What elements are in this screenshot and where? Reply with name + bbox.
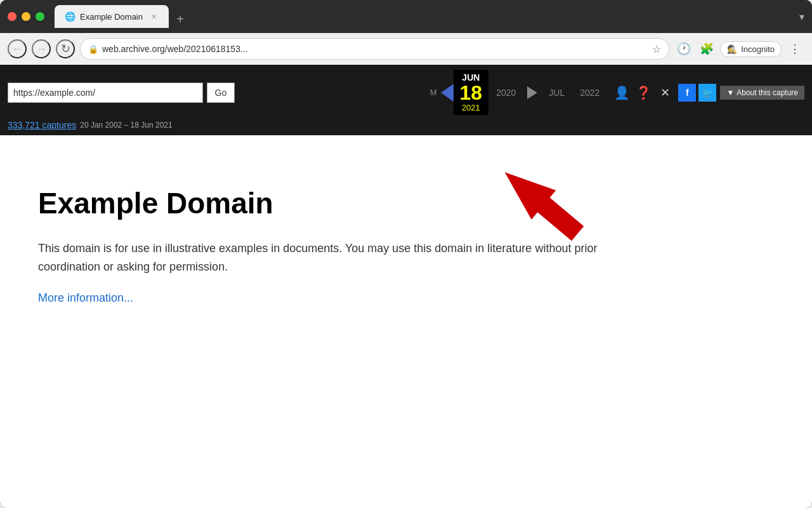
browser-window: 🌐 Example Domain ✕ + ▾ ← → ↻ 🔒 web.archi…	[0, 0, 812, 508]
minimize-button[interactable]	[22, 12, 30, 21]
tab-favicon-icon: 🌐	[65, 11, 75, 22]
calendar-year: 2021	[462, 103, 480, 112]
more-info-link[interactable]: More information...	[38, 291, 133, 304]
wayback-url-input[interactable]	[8, 83, 203, 103]
address-bar-row: ← → ↻ 🔒 web.archive.org/web/20210618153.…	[0, 33, 812, 65]
page-body: This domain is for use in illustrative e…	[38, 239, 609, 276]
help-icon[interactable]: ❓	[634, 83, 653, 102]
address-text: web.archive.org/web/20210618153...	[102, 44, 648, 54]
tab-container: 🌐 Example Domain ✕ +	[55, 5, 794, 28]
history-icon[interactable]: 🕐	[674, 39, 693, 58]
close-button[interactable]	[8, 12, 16, 21]
maximize-button[interactable]	[36, 12, 44, 21]
page-title: Example Domain	[38, 186, 774, 220]
tab-title: Example Domain	[80, 12, 143, 22]
incognito-label: Incognito	[741, 44, 775, 54]
incognito-button[interactable]: 🕵 Incognito	[720, 41, 782, 57]
forward-button[interactable]: →	[32, 39, 51, 58]
month-jul[interactable]: JUL	[541, 85, 572, 100]
toolbar-icons: 🕐 🧩 🕵 Incognito ⋮	[674, 39, 804, 58]
back-button[interactable]: ←	[8, 39, 27, 58]
new-tab-button[interactable]: +	[171, 10, 189, 28]
captures-link[interactable]: 333,721 captures	[8, 120, 76, 130]
wayback-banner: Go M JUN 18 2021	[0, 65, 812, 135]
example-domain-page: Example Domain This domain is for use in…	[0, 135, 812, 356]
refresh-button[interactable]: ↻	[56, 39, 75, 58]
about-capture-label: About this capture	[737, 88, 798, 97]
wayback-inner: Go M JUN 18 2021	[0, 65, 812, 120]
incognito-icon: 🕵	[727, 44, 737, 54]
wayback-row2: 333,721 captures 20 Jan 2002 – 18 Jun 20…	[0, 120, 812, 135]
calendar-highlight: JUN 18 2021	[454, 70, 489, 115]
calendar-back-arrow[interactable]	[441, 84, 454, 102]
calendar-day: 18	[460, 83, 483, 103]
calendar-section: M JUN 18 2021 2020	[426, 70, 804, 115]
calendar-m-label: M	[426, 88, 441, 97]
twitter-share-icon[interactable]: 🐦	[698, 84, 716, 102]
title-bar: 🌐 Example Domain ✕ + ▾	[0, 0, 812, 33]
menu-icon[interactable]: ⋮	[785, 39, 804, 58]
user-account-icon[interactable]: 👤	[612, 83, 631, 102]
year-2020[interactable]: 2020	[488, 85, 523, 100]
year-2022[interactable]: 2022	[572, 85, 607, 100]
tab-dropdown-icon[interactable]: ▾	[799, 11, 804, 23]
close-wayback-icon[interactable]: ✕	[655, 83, 674, 102]
address-bar[interactable]: 🔒 web.archive.org/web/20210618153... ☆	[80, 38, 669, 60]
facebook-share-icon[interactable]: f	[678, 84, 696, 102]
lock-icon: 🔒	[88, 44, 98, 54]
about-capture-button[interactable]: ▼ About this capture	[720, 86, 804, 100]
wayback-action-icons: 👤 ❓ ✕	[612, 83, 674, 102]
window-controls	[8, 12, 44, 21]
social-icons: f 🐦	[678, 84, 716, 102]
tab-close-icon[interactable]: ✕	[148, 11, 159, 22]
date-range-text: 20 Jan 2002 – 18 Jun 2021	[80, 121, 172, 130]
bookmark-star-icon[interactable]: ☆	[652, 43, 661, 55]
extension-icon[interactable]: 🧩	[697, 39, 716, 58]
calendar-forward-arrow[interactable]	[527, 86, 537, 99]
active-tab[interactable]: 🌐 Example Domain ✕	[55, 5, 169, 28]
about-capture-arrow: ▼	[726, 88, 734, 97]
wayback-go-button[interactable]: Go	[207, 83, 235, 103]
page-content: Go M JUN 18 2021	[0, 65, 812, 508]
